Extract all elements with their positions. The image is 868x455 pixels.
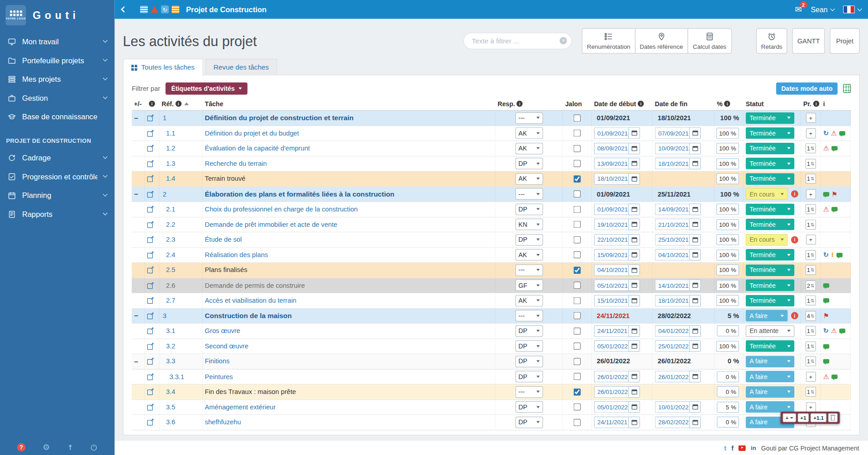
task-title[interactable]: Terrain trouvé bbox=[205, 175, 245, 183]
calendar-button[interactable] bbox=[689, 203, 701, 215]
comment-icon[interactable] bbox=[839, 329, 845, 333]
date-input[interactable]: 15/09/2021 bbox=[594, 249, 628, 261]
sidebar-item-progression-et-controle[interactable]: Progression et contrôle bbox=[0, 167, 114, 186]
tab-toutes-les-taches[interactable]: Toutes les tâches bbox=[123, 59, 203, 76]
calendar-button[interactable] bbox=[628, 234, 640, 246]
status-select[interactable]: A faire bbox=[745, 310, 788, 322]
status-select[interactable]: Terminée bbox=[745, 280, 794, 291]
open-task-icon[interactable] bbox=[147, 115, 154, 122]
jalon-checkbox[interactable] bbox=[574, 419, 581, 426]
priority-button[interactable]: 1⇅ bbox=[805, 296, 816, 305]
task-title[interactable]: Fin des Travaux : maison prête bbox=[205, 388, 296, 396]
date-input[interactable]: 28/02/2022 bbox=[655, 417, 689, 428]
date-input[interactable]: 21/10/2021 bbox=[655, 219, 689, 230]
priority-button[interactable]: 1⇅ bbox=[805, 159, 816, 169]
calendar-button[interactable] bbox=[689, 295, 701, 306]
calendar-button[interactable] bbox=[628, 295, 640, 306]
jalon-checkbox[interactable] bbox=[574, 403, 581, 411]
resp-select[interactable]: --- bbox=[515, 264, 542, 276]
jalon-checkbox[interactable] bbox=[574, 297, 581, 304]
sidebar-item-planning[interactable]: Planning bbox=[0, 186, 114, 205]
resp-select[interactable]: AK bbox=[515, 143, 542, 155]
date-input[interactable]: 07/09/2021 bbox=[655, 127, 689, 139]
resp-select[interactable]: AK bbox=[515, 127, 542, 139]
date-input[interactable]: 24/11/2021 bbox=[594, 325, 628, 337]
status-select[interactable]: Terminée bbox=[745, 249, 794, 261]
priority-button[interactable]: + bbox=[806, 189, 816, 199]
priority-button[interactable]: + bbox=[806, 372, 816, 382]
date-input[interactable]: 01/09/2021 bbox=[594, 203, 628, 215]
status-select[interactable]: Terminée bbox=[745, 112, 794, 124]
status-select[interactable]: A faire bbox=[745, 356, 794, 367]
calendar-button[interactable] bbox=[689, 219, 701, 230]
status-select[interactable]: En cours bbox=[745, 234, 788, 246]
status-select[interactable]: En attente bbox=[745, 325, 794, 337]
status-select[interactable]: Terminée bbox=[745, 203, 794, 215]
date-input[interactable]: 18/10/2021 bbox=[655, 295, 689, 306]
jalon-checkbox[interactable] bbox=[574, 145, 581, 152]
insert-1-button[interactable]: +1 bbox=[797, 413, 809, 422]
calendar-button[interactable] bbox=[689, 417, 701, 428]
open-task-icon[interactable] bbox=[147, 130, 154, 136]
percent-input[interactable]: 100 % bbox=[716, 341, 739, 352]
jalon-checkbox[interactable] bbox=[574, 373, 581, 380]
exclaim-icon[interactable] bbox=[831, 252, 834, 258]
task-title[interactable]: Accès et viabilisation du terrain bbox=[205, 297, 297, 305]
task-title[interactable]: Réalisation des plans bbox=[205, 251, 268, 259]
date-input[interactable]: 26/01/2022 bbox=[594, 371, 628, 383]
open-task-icon[interactable] bbox=[147, 221, 154, 228]
jalon-checkbox[interactable] bbox=[574, 236, 581, 244]
open-task-icon[interactable] bbox=[147, 404, 154, 411]
resp-select[interactable]: DP bbox=[515, 158, 542, 169]
calendar-button[interactable] bbox=[689, 143, 701, 155]
date-input[interactable]: 05/10/2021 bbox=[594, 280, 628, 291]
resp-select[interactable]: DP bbox=[515, 325, 542, 337]
task-title[interactable]: Évaluation de la capacité d'emprunt bbox=[205, 145, 310, 152]
date-input[interactable]: 22/10/2021 bbox=[594, 234, 628, 246]
calendar-button[interactable] bbox=[628, 386, 640, 398]
percent-input[interactable]: 100 % bbox=[716, 219, 739, 230]
priority-button[interactable]: 1⇅ bbox=[805, 387, 816, 397]
comment-icon[interactable] bbox=[831, 375, 837, 379]
warning-icon[interactable] bbox=[831, 130, 837, 136]
add-task-button[interactable]: + bbox=[783, 413, 796, 422]
resp-select[interactable]: --- bbox=[515, 112, 542, 124]
sidebar-item-mes-projets[interactable]: Mes projets bbox=[0, 70, 114, 89]
jalon-checkbox[interactable] bbox=[574, 130, 581, 137]
comment-icon[interactable] bbox=[823, 298, 829, 303]
jalon-checkbox[interactable] bbox=[574, 221, 581, 228]
excel-export-icon[interactable] bbox=[843, 84, 851, 93]
gear-icon[interactable]: ⚙ bbox=[42, 443, 50, 451]
priority-button[interactable]: 1⇅ bbox=[805, 143, 816, 153]
status-select[interactable]: En cours bbox=[745, 188, 788, 200]
status-select[interactable]: Terminée bbox=[745, 340, 794, 352]
priority-button[interactable]: + bbox=[806, 402, 816, 412]
calendar-button[interactable] bbox=[628, 417, 640, 428]
resp-select[interactable]: KN bbox=[515, 219, 542, 230]
date-input[interactable]: 10/09/2021 bbox=[655, 143, 689, 155]
task-title[interactable]: Finitions bbox=[205, 357, 230, 365]
brand-name[interactable]: Gouti bbox=[33, 9, 80, 21]
open-task-icon[interactable] bbox=[147, 328, 154, 334]
priority-button[interactable]: + bbox=[806, 113, 816, 123]
twitter-icon[interactable]: t bbox=[724, 445, 726, 451]
jalon-checkbox[interactable] bbox=[574, 175, 581, 183]
open-task-icon[interactable] bbox=[147, 343, 154, 350]
date-input[interactable]: 14/10/2021 bbox=[655, 280, 689, 291]
open-task-icon[interactable] bbox=[147, 191, 154, 197]
task-title[interactable]: Étude de sol bbox=[205, 236, 242, 244]
calendar-button[interactable] bbox=[628, 219, 640, 230]
jalon-checkbox[interactable] bbox=[574, 191, 581, 198]
comment-icon[interactable] bbox=[823, 283, 829, 288]
jalon-checkbox[interactable] bbox=[574, 312, 581, 319]
date-input[interactable]: 19/10/2021 bbox=[594, 219, 628, 230]
calendar-button[interactable] bbox=[689, 371, 701, 383]
open-task-icon[interactable] bbox=[147, 282, 154, 289]
comment-icon[interactable] bbox=[836, 253, 842, 257]
resp-select[interactable]: DP bbox=[515, 371, 542, 383]
resp-select[interactable]: DP bbox=[515, 340, 542, 352]
calendar-button[interactable] bbox=[628, 264, 640, 276]
open-task-icon[interactable] bbox=[147, 373, 154, 380]
priority-button[interactable]: 2⇅ bbox=[805, 281, 816, 291]
sidebar-item-portefeuille-projets[interactable]: Portefeuille projets bbox=[0, 51, 114, 70]
